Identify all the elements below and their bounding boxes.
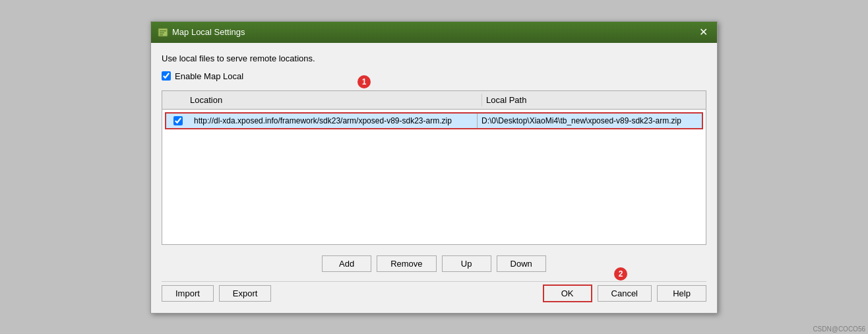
import-button[interactable]: Import xyxy=(162,285,214,302)
watermark: CSDN@COCO56 xyxy=(813,325,865,333)
help-button[interactable]: Help xyxy=(657,285,706,302)
svg-rect-3 xyxy=(160,34,163,36)
bottom-right-buttons: 2 OK Cancel Help xyxy=(543,284,706,302)
title-bar-title: Map Local Settings xyxy=(172,27,245,37)
title-bar-left: Map Local Settings xyxy=(158,27,245,38)
bottom-row: Import Export 2 OK Cancel Help xyxy=(162,281,706,302)
up-button[interactable]: Up xyxy=(442,255,491,272)
enable-map-local-row: Enable Map Local xyxy=(162,71,706,81)
badge-2: 2 xyxy=(614,267,627,281)
th-check xyxy=(162,94,186,106)
row-localpath: D:\0\Desktop\XiaoMi4\tb_new\xposed-v89-s… xyxy=(478,114,702,128)
enable-map-local-checkbox[interactable] xyxy=(162,71,171,81)
ok-button[interactable]: OK xyxy=(543,284,592,302)
title-bar: Map Local Settings ✕ xyxy=(151,22,717,43)
export-button[interactable]: Export xyxy=(219,285,272,302)
row-location: http://dl-xda.xposed.info/framework/sdk2… xyxy=(190,114,478,128)
app-icon xyxy=(158,27,168,38)
th-localpath: Local Path xyxy=(481,94,706,106)
row-enabled-checkbox[interactable] xyxy=(173,116,183,125)
enable-map-local-label: Enable Map Local xyxy=(175,71,243,81)
table-row[interactable]: http://dl-xda.xposed.info/framework/sdk2… xyxy=(165,112,703,129)
table-header: Location 1 Local Path xyxy=(162,91,706,110)
down-button[interactable]: Down xyxy=(497,255,546,272)
mapping-table: Location 1 Local Path http://dl-xda.xpos… xyxy=(162,90,706,245)
cancel-button[interactable]: Cancel xyxy=(598,285,652,302)
th-location: Location 1 xyxy=(186,94,481,106)
row-checkbox-cell xyxy=(166,114,190,128)
dialog-window: Map Local Settings ✕ Use local files to … xyxy=(150,21,718,314)
add-button[interactable]: Add xyxy=(322,255,371,272)
description-text: Use local files to serve remote location… xyxy=(162,53,706,63)
table-body: http://dl-xda.xposed.info/framework/sdk2… xyxy=(162,112,706,244)
badge-1: 1 xyxy=(357,75,371,88)
dialog-body: Use local files to serve remote location… xyxy=(151,43,717,313)
svg-rect-2 xyxy=(160,32,164,34)
bottom-left-buttons: Import Export xyxy=(162,285,271,302)
svg-rect-1 xyxy=(160,30,166,32)
close-button[interactable]: ✕ xyxy=(697,27,710,38)
remove-button[interactable]: Remove xyxy=(377,255,436,272)
